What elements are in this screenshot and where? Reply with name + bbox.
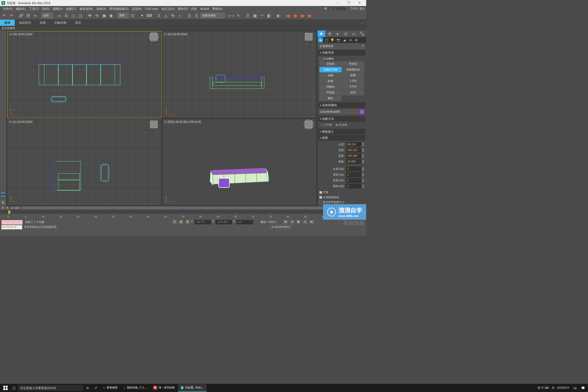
- spinner-buttons[interactable]: ▴▾: [362, 148, 364, 152]
- sub-shapes-icon[interactable]: ◯: [324, 38, 329, 42]
- obj-btn-torusknot[interactable]: 环形结: [342, 61, 364, 67]
- rotate-icon[interactable]: ⟲: [94, 12, 100, 19]
- object-color-swatch[interactable]: [360, 110, 364, 114]
- scale-icon[interactable]: ▣: [101, 12, 107, 19]
- timeline-track[interactable]: [0, 210, 366, 214]
- fillet-spinner[interactable]: 26.009: [346, 159, 362, 164]
- viewport-top[interactable]: [+] [顶] [标准] [线框] yx: [7, 31, 162, 118]
- viewport-persp-label[interactable]: [+] [透视] [标准] [默认明暗处理]: [164, 120, 201, 124]
- ref-coord-dropdown[interactable]: 视图: [117, 13, 129, 18]
- menu-views[interactable]: 视图(V): [51, 7, 65, 11]
- window-crossing-icon[interactable]: ◫: [77, 12, 84, 19]
- menu-modifiers[interactable]: 修改器(M): [78, 7, 95, 11]
- radio-cube[interactable]: 立方体: [320, 123, 332, 127]
- tab-modify-icon[interactable]: ◔: [326, 30, 334, 37]
- object-name-input[interactable]: [319, 109, 359, 114]
- prev-frame-icon[interactable]: ◂: [290, 220, 294, 224]
- align-icon[interactable]: ≡: [235, 12, 241, 19]
- viewport-top-label[interactable]: [+] [顶] [标准] [线框]: [9, 32, 32, 36]
- menu-arnold[interactable]: Arnold: [199, 7, 211, 10]
- spinner-buttons[interactable]: ▴▾: [362, 184, 364, 188]
- selection-filter-dropdown[interactable]: 全部: [41, 13, 53, 18]
- smooth-checkbox[interactable]: 平滑: [319, 190, 364, 195]
- render-frame-icon[interactable]: 🫖: [292, 12, 298, 19]
- hgtseg-spinner[interactable]: 1: [346, 178, 362, 183]
- widseg-spinner[interactable]: 1: [346, 172, 362, 177]
- sub-geometry-icon[interactable]: ●: [318, 38, 323, 42]
- pan-icon[interactable]: [349, 221, 354, 226]
- spinner-buttons[interactable]: ▴▾: [362, 154, 364, 158]
- placement-icon[interactable]: ◉: [108, 12, 114, 19]
- ribbon-tab-objpaint[interactable]: 对象绘制: [50, 20, 71, 26]
- material-editor-icon[interactable]: ◐: [275, 12, 282, 19]
- ribbon-tab-populate[interactable]: 填充: [71, 20, 85, 26]
- poly-modeling-bar[interactable]: 多边形建模: [0, 26, 366, 30]
- move-icon[interactable]: ✥: [87, 12, 93, 19]
- bind-icon[interactable]: ∞: [32, 12, 38, 19]
- viewcube-icon[interactable]: [305, 121, 313, 128]
- spinner-buttons[interactable]: ▴▾: [362, 143, 364, 146]
- z-coord-field[interactable]: 0.0: [237, 220, 253, 224]
- radio-box[interactable]: 长方体: [335, 123, 347, 127]
- obj-btn-oiltank[interactable]: 油罐: [319, 73, 342, 78]
- obj-btn-capsule[interactable]: 胶囊: [342, 73, 364, 78]
- spinner-buttons[interactable]: ▴▾: [362, 179, 364, 182]
- workspace-label[interactable]: 工作区: 默认: [350, 7, 365, 11]
- ribbon-tab-freeform[interactable]: 自由形式: [15, 20, 35, 26]
- viewcube-icon[interactable]: [150, 121, 158, 128]
- menu-customize[interactable]: 自定义(U): [160, 7, 176, 11]
- fov-icon[interactable]: [343, 221, 348, 226]
- geometry-category-dropdown[interactable]: 扩展基本体▾: [318, 44, 365, 49]
- scene-explorer-toggle[interactable]: ▸: [1, 200, 5, 204]
- goto-start-icon[interactable]: ⏮: [283, 220, 288, 224]
- lenseg-spinner[interactable]: 1: [346, 167, 362, 171]
- layer-explorer-icon[interactable]: ☰: [244, 12, 251, 19]
- obj-btn-hose[interactable]: 软管: [342, 90, 364, 95]
- status-left-field[interactable]: [1, 220, 23, 225]
- tab-utilities-icon[interactable]: 🔧: [358, 30, 366, 37]
- y-coord-field[interactable]: -215.363: [216, 220, 232, 224]
- select-name-icon[interactable]: ☰: [63, 12, 69, 19]
- unlink-icon[interactable]: ⛓: [25, 12, 31, 19]
- render-production-icon[interactable]: 🫖: [299, 12, 305, 19]
- snap-toggle-icon[interactable]: 3: [155, 12, 162, 19]
- time-scrollbar[interactable]: ◂ ◂ 0 / 100 ▸ ▸: [0, 206, 366, 210]
- obj-btn-prism[interactable]: 棱柱: [319, 96, 342, 101]
- tab-motion-icon[interactable]: ◷: [342, 30, 350, 37]
- sub-lights-icon[interactable]: 💡: [330, 38, 335, 42]
- filseg-spinner[interactable]: 3: [346, 184, 362, 188]
- menu-edit[interactable]: 编辑(E): [14, 7, 27, 11]
- obj-btn-chamferbox[interactable]: 切角长方体: [319, 67, 342, 72]
- menu-graph[interactable]: 图形编辑器(D): [108, 7, 130, 11]
- angle-snap-icon[interactable]: △: [163, 12, 169, 19]
- spinner-buttons[interactable]: ▴▾: [362, 167, 364, 171]
- viewport-front[interactable]: [+] [前] [标准] [线框] zx: [162, 31, 317, 118]
- sub-helpers-icon[interactable]: ◢: [342, 38, 347, 42]
- auto-grid-checkbox[interactable]: 自动栅格: [319, 56, 364, 61]
- menu-script[interactable]: 脚本(S): [176, 7, 189, 11]
- viewport-front-label[interactable]: [+] [前] [标准] [线框]: [164, 32, 188, 36]
- sub-spacewarps-icon[interactable]: ≋: [348, 38, 353, 42]
- spinner-buttons[interactable]: ▴▾: [362, 160, 364, 164]
- undo-icon[interactable]: ↶: [1, 12, 8, 19]
- curve-editor-icon[interactable]: 〰: [259, 12, 265, 19]
- menu-group[interactable]: 组(G): [41, 7, 51, 11]
- menu-create[interactable]: 创建(C): [64, 7, 78, 11]
- select-icon[interactable]: ▭: [56, 12, 62, 19]
- lock-icon[interactable]: 🔒: [179, 220, 183, 224]
- tab-hierarchy-icon[interactable]: ♦: [334, 30, 342, 37]
- lock-selection-icon[interactable]: ◫: [172, 220, 177, 224]
- close-button[interactable]: ✕: [354, 0, 365, 6]
- menu-help[interactable]: 帮助(H): [211, 7, 224, 11]
- tab-create-icon[interactable]: ✚: [317, 30, 326, 37]
- obj-btn-chamfercyl[interactable]: 切角圆柱体: [342, 67, 364, 72]
- selection-set-dropdown[interactable]: 创建选择集: [200, 13, 225, 18]
- percent-snap-icon[interactable]: %: [170, 12, 176, 19]
- schematic-view-icon[interactable]: ◧: [266, 12, 272, 19]
- menu-search-input[interactable]: [327, 7, 347, 11]
- viewport-perspective[interactable]: [+] [透视] [标准] [默认明暗处理] zx: [162, 119, 317, 206]
- scroll-left-icon[interactable]: ◂: [1, 206, 4, 210]
- rollout-header[interactable]: 对象类型: [318, 50, 365, 56]
- timeline-ruler[interactable]: 0510152025303540455055606570758085909510…: [0, 214, 366, 220]
- edit-sel-set-icon[interactable]: {}: [193, 12, 200, 19]
